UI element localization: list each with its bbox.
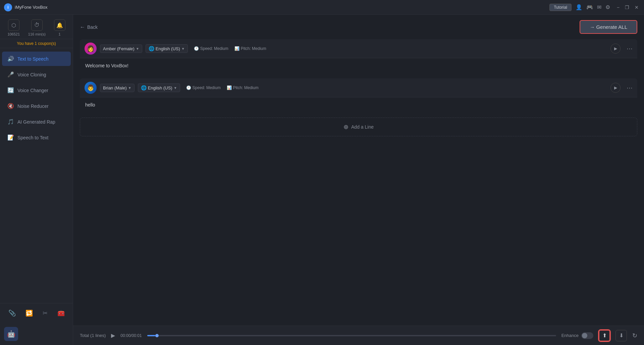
save-button[interactable]: ⬇ <box>615 330 627 341</box>
pitch-icon: 📊 <box>227 85 232 90</box>
close-button[interactable]: ✕ <box>633 5 640 10</box>
loop-icon[interactable]: 🔁 <box>23 307 35 319</box>
speed-badge-1: 🕐 Speed: Medium <box>194 46 228 51</box>
attachment-icon[interactable]: 📎 <box>6 307 18 319</box>
sidebar-stats: ⬡ 106521 ⏱ 116 min(s) 🔔 1 <box>0 15 73 39</box>
pitch-icon: 📊 <box>234 46 239 51</box>
pitch-badge-2: 📊 Pitch: Medium <box>227 85 259 90</box>
toggle-knob <box>582 333 587 338</box>
sidebar-item-voice-changer[interactable]: 🔄 Voice Changer <box>2 83 71 97</box>
progress-fill <box>147 335 155 336</box>
stat-notifications: 🔔 1 <box>54 19 65 36</box>
voice-avatar-male: 👨 <box>85 82 97 94</box>
noise-reducer-icon: 🔇 <box>7 103 14 109</box>
lines-container: 👩 Amber (Female) ▼ 🌐 English (US) ▼ 🕐 Sp… <box>73 39 644 326</box>
voice-line-2-text[interactable]: hello <box>80 97 637 114</box>
user-icon[interactable]: 👤 <box>576 4 582 10</box>
add-line-button[interactable]: ⊕ Add a Line <box>80 118 637 136</box>
stat-characters: ⬡ 106521 <box>7 19 20 36</box>
back-button[interactable]: ← Back <box>80 24 98 30</box>
voice-select-1[interactable]: Amber (Female) ▼ <box>100 45 142 53</box>
maximize-button[interactable]: ❐ <box>624 5 631 10</box>
sidebar-nav: 🔊 Text to Speech 🎤 Voice Cloning 🔄 Voice… <box>0 48 73 303</box>
settings-icon[interactable]: ⚙ <box>605 4 610 10</box>
coupon-bar: You have 1 coupon(s) <box>0 39 73 48</box>
sidebar-item-label: Speech to Text <box>17 135 48 140</box>
bot-avatar: 🤖 <box>4 327 18 341</box>
sidebar-item-text-to-speech[interactable]: 🔊 Text to Speech <box>2 52 71 66</box>
sidebar-item-label: Noise Reducer <box>17 104 49 109</box>
content-area: ← Back → Generate ALL 👩 Amber (Female) ▼… <box>73 15 644 345</box>
language-select-1[interactable]: 🌐 English (US) ▼ <box>146 44 188 53</box>
sidebar-footer: 🤖 <box>0 323 73 345</box>
total-label: Total (1 lines) <box>80 333 106 338</box>
progress-dot <box>155 334 159 337</box>
back-arrow-icon: ← <box>80 24 85 30</box>
window-controls: − ❐ ✕ <box>615 5 640 10</box>
voice-avatar-female: 👩 <box>85 43 97 55</box>
enhance-toggle[interactable] <box>581 332 593 339</box>
scissors-icon[interactable]: ✂ <box>41 307 50 319</box>
add-line-plus-icon: ⊕ <box>343 123 348 131</box>
voice-line-1-header: 👩 Amber (Female) ▼ 🌐 English (US) ▼ 🕐 Sp… <box>80 39 637 58</box>
speed-badge-2: 🕐 Speed: Medium <box>186 85 221 90</box>
ai-rap-icon: 🎵 <box>7 119 14 125</box>
mail-icon[interactable]: ✉ <box>597 4 601 10</box>
toolbox-icon[interactable]: 🧰 <box>55 307 67 319</box>
voice-line-2-header: 👨 Brian (Male) ▼ 🌐 English (US) ▼ 🕐 Spee… <box>80 78 637 97</box>
notifications-icon: 🔔 <box>54 19 65 31</box>
sidebar-item-label: Voice Changer <box>17 88 48 93</box>
chevron-down-icon: ▼ <box>128 86 131 90</box>
sidebar-item-noise-reducer[interactable]: 🔇 Noise Reducer <box>2 99 71 113</box>
tutorial-button[interactable]: Tutorial <box>549 4 572 11</box>
sidebar: ⬡ 106521 ⏱ 116 min(s) 🔔 1 You have 1 cou… <box>0 15 73 345</box>
more-options-icon-1[interactable]: ⋯ <box>627 45 633 52</box>
sidebar-item-label: AI Generated Rap <box>17 119 55 125</box>
titlebar-actions: 👤 🎮 ✉ ⚙ <box>576 4 610 10</box>
voice-line-2: 👨 Brian (Male) ▼ 🌐 English (US) ▼ 🕐 Spee… <box>80 78 637 114</box>
chevron-down-icon: ▼ <box>136 47 139 51</box>
minutes-icon: ⏱ <box>31 19 43 31</box>
minimize-button[interactable]: − <box>615 5 621 10</box>
voice-line-1: 👩 Amber (Female) ▼ 🌐 English (US) ▼ 🕐 Sp… <box>80 39 637 74</box>
save-icon: ⬇ <box>619 332 624 339</box>
play-all-button[interactable]: ▶ <box>111 332 115 339</box>
sidebar-item-voice-cloning[interactable]: 🎤 Voice Cloning <box>2 67 71 82</box>
chevron-down-icon: ▼ <box>181 47 185 51</box>
language-select-2[interactable]: 🌐 English (US) ▼ <box>138 83 180 92</box>
progress-bar[interactable] <box>147 335 556 336</box>
discord-icon[interactable]: 🎮 <box>586 4 593 10</box>
speech-to-text-icon: 📝 <box>7 134 14 141</box>
export-button[interactable]: ⬆ <box>599 330 610 341</box>
sidebar-item-label: Text to Speech <box>17 56 49 62</box>
app-logo: i <box>4 3 12 11</box>
characters-value: 106521 <box>7 32 20 36</box>
back-label: Back <box>87 24 98 30</box>
enhance-label: Enhance <box>561 333 579 338</box>
chevron-down-icon: ▼ <box>174 86 177 90</box>
main-layout: ⬡ 106521 ⏱ 116 min(s) 🔔 1 You have 1 cou… <box>0 15 644 345</box>
stat-minutes: ⏱ 116 min(s) <box>28 19 46 36</box>
voice-select-2[interactable]: Brian (Male) ▼ <box>100 84 135 92</box>
play-button-2[interactable]: ▶ <box>610 83 621 93</box>
text-to-speech-icon: 🔊 <box>7 56 14 62</box>
sidebar-item-ai-rap[interactable]: 🎵 AI Generated Rap <box>2 115 71 129</box>
more-options-icon-2[interactable]: ⋯ <box>627 84 633 91</box>
bottom-bar: Total (1 lines) ▶ 00:00/00:01 Enhance ⬆ … <box>73 326 644 345</box>
voice-line-1-text[interactable]: Welcome to VoxBox! <box>80 58 637 74</box>
sidebar-item-label: Voice Cloning <box>17 72 46 77</box>
voice-cloning-icon: 🎤 <box>7 71 14 78</box>
sidebar-item-speech-to-text[interactable]: 📝 Speech to Text <box>2 130 71 145</box>
titlebar: i iMyFone VoxBox Tutorial 👤 🎮 ✉ ⚙ − ❐ ✕ <box>0 0 644 15</box>
generate-all-button[interactable]: → Generate ALL <box>580 20 637 34</box>
play-button-1[interactable]: ▶ <box>610 44 621 54</box>
minutes-value: 116 min(s) <box>28 32 46 36</box>
characters-icon: ⬡ <box>8 19 19 31</box>
export-icon: ⬆ <box>602 332 607 339</box>
refresh-button[interactable]: ↻ <box>632 332 637 339</box>
voice-changer-icon: 🔄 <box>7 87 14 93</box>
sidebar-bottom-icons: 📎 🔁 ✂ 🧰 <box>0 303 73 323</box>
globe-icon: 🌐 <box>141 85 147 90</box>
speed-icon: 🕐 <box>186 85 191 90</box>
globe-icon: 🌐 <box>149 46 154 51</box>
